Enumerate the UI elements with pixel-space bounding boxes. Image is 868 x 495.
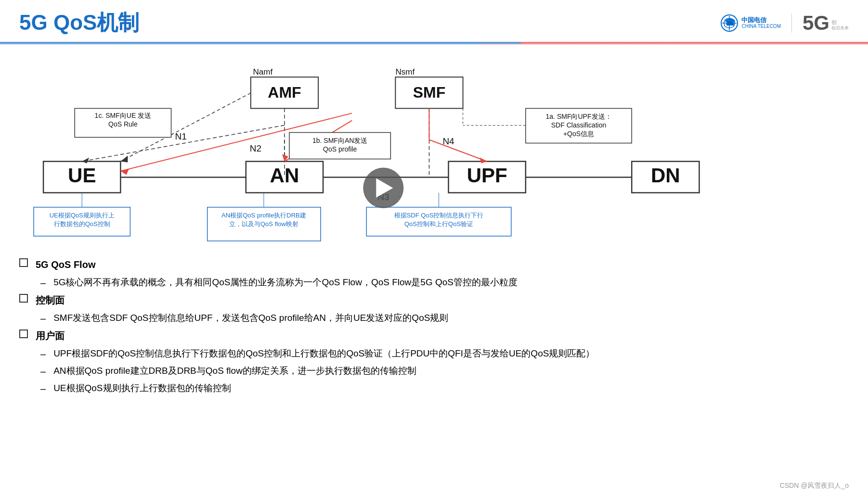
footer-label: CSDN @风雪夜归人_o [780, 482, 849, 489]
svg-text:☎: ☎ [725, 18, 735, 27]
svg-text:QoS控制和上行QoS验证: QoS控制和上行QoS验证 [404, 220, 473, 228]
diagram-svg: AMF SMF Namf Nsmf UE AN UPF DN [19, 50, 849, 252]
header-line-thin [0, 44, 868, 45]
bullet-sub-2: – SMF发送包含SDF QoS控制信息给UPF，发送包含QoS profile… [40, 310, 849, 327]
bullet-title-2: 控制面 [36, 292, 65, 308]
svg-text:根据SDF QoS控制信息执行下行: 根据SDF QoS控制信息执行下行 [394, 212, 484, 219]
brand-english: CHINA TELECOM [741, 24, 781, 29]
svg-text:1a. SMF向UPF发送：: 1a. SMF向UPF发送： [546, 113, 612, 120]
svg-marker-36 [120, 156, 128, 163]
svg-text:QoS Rule: QoS Rule [108, 120, 138, 128]
bullet-title-3: 用户面 [36, 328, 65, 344]
diagram-container: AMF SMF Namf Nsmf UE AN UPF DN [19, 50, 849, 252]
svg-text:QoS profile: QoS profile [323, 146, 357, 153]
svg-text:N2: N2 [250, 144, 261, 154]
svg-text:UE: UE [68, 164, 96, 187]
logo-area: ☎ 中国电信 CHINA TELECOM 5G 创 创启未来 [720, 13, 849, 33]
svg-text:SDF Classification: SDF Classification [551, 121, 607, 129]
svg-text:立，以及与QoS flow映射: 立，以及与QoS flow映射 [229, 220, 298, 228]
svg-text:行数据包的QoS控制: 行数据包的QoS控制 [54, 220, 110, 228]
bullet-sub-text-2: SMF发送包含SDF QoS控制信息给UPF，发送包含QoS profile给A… [53, 310, 448, 326]
svg-text:+QoS信息: +QoS信息 [563, 130, 594, 138]
svg-text:N1: N1 [175, 131, 186, 141]
dash-1: – [40, 275, 46, 291]
checkbox-icon-1 [19, 258, 28, 267]
bullet-main-1: 5G QoS Flow [19, 256, 849, 273]
bullet-main-2: 控制面 [19, 292, 849, 308]
svg-text:UE根据QoS规则执行上: UE根据QoS规则执行上 [50, 212, 115, 219]
page-title: 5G QoS机制 [19, 9, 139, 37]
footer: CSDN @风雪夜归人_o [780, 482, 849, 490]
logo-5g-text: 5G 创 创启未来 [803, 13, 849, 33]
bullet-sub-text-1: 5G核心网不再有承载的概念，具有相同QoS属性的业务流称为一个QoS Flow，… [53, 275, 518, 290]
svg-text:UPF: UPF [467, 164, 507, 187]
bullet-main-3: 用户面 [19, 328, 849, 344]
dash-3a: – [40, 346, 46, 362]
svg-text:1c. SMF向UE 发送: 1c. SMF向UE 发送 [95, 112, 152, 119]
brand-chinese: 中国电信 [741, 17, 781, 24]
bullet-sub-text-3c: UE根据QoS规则执行上行数据包的传输控制 [53, 381, 231, 396]
logo-divider [791, 13, 792, 33]
svg-text:Namf: Namf [253, 67, 273, 76]
svg-text:1b. SMF向AN发送: 1b. SMF向AN发送 [312, 137, 367, 144]
dash-3b: – [40, 363, 46, 380]
bullet-sub-3c: – UE根据QoS规则执行上行数据包的传输控制 [40, 381, 849, 397]
text-content: 5G QoS Flow – 5G核心网不再有承载的概念，具有相同QoS属性的业务… [19, 252, 849, 398]
main-content: AMF SMF Namf Nsmf UE AN UPF DN [0, 45, 868, 398]
bullet-sub-3b: – AN根据QoS profile建立DRB及DRB与QoS flow的绑定关系… [40, 363, 849, 380]
checkbox-icon-3 [19, 330, 28, 338]
svg-marker-34 [282, 154, 288, 162]
telecom-icon: ☎ [720, 14, 738, 32]
svg-line-29 [429, 140, 487, 161]
bullet-sub-text-3b: AN根据QoS profile建立DRB及DRB与QoS flow的绑定关系，进… [53, 363, 416, 379]
svg-text:Nsmf: Nsmf [396, 67, 415, 76]
dash-2: – [40, 310, 46, 327]
bullet-sub-3a: – UPF根据SDF的QoS控制信息执行下行数据包的QoS控制和上行数据包的Qo… [40, 346, 849, 362]
bullet-sub-text-3a: UPF根据SDF的QoS控制信息执行下行数据包的QoS控制和上行数据包的QoS验… [53, 346, 595, 361]
bullet-sub-1: – 5G核心网不再有承载的概念，具有相同QoS属性的业务流称为一个QoS Flo… [40, 275, 849, 291]
dash-3c: – [40, 381, 46, 397]
logo-telecom: ☎ 中国电信 CHINA TELECOM [720, 14, 781, 32]
svg-text:AMF: AMF [268, 84, 301, 101]
bullet-title-1: 5G QoS Flow [36, 256, 95, 273]
checkbox-icon-2 [19, 294, 28, 303]
svg-text:SMF: SMF [413, 84, 446, 101]
svg-text:AN根据QoS profile执行DRB建: AN根据QoS profile执行DRB建 [221, 212, 306, 219]
svg-text:DN: DN [651, 164, 680, 187]
header: 5G QoS机制 ☎ 中国电信 CHINA TELECOM 5G 创 创启未来 [0, 0, 868, 37]
